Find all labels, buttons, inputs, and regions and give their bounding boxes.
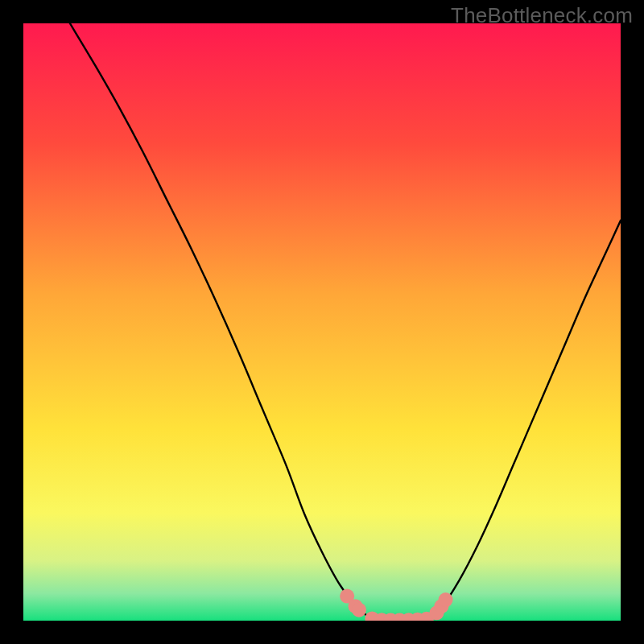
- chart-frame: TheBottleneck.com: [0, 0, 644, 644]
- watermark-text: TheBottleneck.com: [451, 3, 633, 28]
- gradient-background: [23, 23, 621, 621]
- highlight-dot: [439, 592, 453, 607]
- bottleneck-chart: [0, 0, 644, 644]
- highlight-dot: [352, 603, 366, 617]
